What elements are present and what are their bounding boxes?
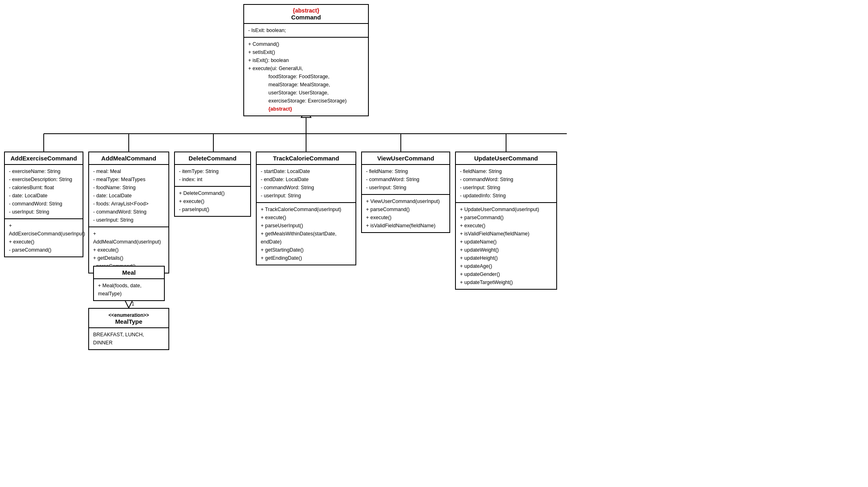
command-method-1: + Command() xyxy=(248,40,364,48)
delete-command-title: DeleteCommand xyxy=(175,152,250,165)
meal-class: Meal + Meal(foods, date, mealType) xyxy=(93,266,165,301)
track-calorie-command-methods: + TrackCalorieCommand(userInput) + execu… xyxy=(257,203,355,265)
svg-text:1: 1 xyxy=(132,301,134,307)
command-abstract-label: {abstract} xyxy=(248,7,364,14)
update-user-command-name: UpdateUserCommand xyxy=(474,155,538,162)
command-method-4: + execute(ui: GeneralUi, xyxy=(248,64,364,73)
command-method-4a: foodStorage: FoodStorage, xyxy=(248,73,364,81)
add-meal-command-class: AddMealCommand - meal: Meal - mealType: … xyxy=(88,152,169,273)
meal-type-title: <<enumeration>> MealType xyxy=(89,309,168,328)
view-user-command-name: ViewUserCommand xyxy=(377,155,434,162)
command-fields: - IsExit: boolean; xyxy=(244,24,368,38)
delete-command-class: DeleteCommand - itemType: String - index… xyxy=(174,152,251,217)
delete-command-name: DeleteCommand xyxy=(189,155,236,162)
command-method-2: + setIsExit() xyxy=(248,48,364,56)
update-user-command-methods: + UpdateUserCommand(userInput) + parseCo… xyxy=(456,203,556,289)
update-user-command-fields: - fieldName: String - commandWord: Strin… xyxy=(456,165,556,203)
delete-command-methods: + DeleteCommand() + execute() - parseInp… xyxy=(175,187,250,216)
command-field-1: - IsExit: boolean; xyxy=(248,26,364,34)
command-title: {abstract} Command xyxy=(244,5,368,24)
command-method-3: + isExit(): boolean xyxy=(248,56,364,64)
add-meal-command-name: AddMealCommand xyxy=(101,155,156,162)
track-calorie-command-class: TrackCalorieCommand - startDate: LocalDa… xyxy=(256,152,356,265)
view-user-command-fields: - fieldName: String - commandWord: Strin… xyxy=(362,165,449,195)
add-exercise-command-methods: + AddExerciseCommand(userInput) + execut… xyxy=(5,219,83,256)
meal-title: Meal xyxy=(94,267,164,279)
meal-type-values: BREAKFAST, LUNCH, DINNER xyxy=(89,328,168,349)
meal-type-stereotype: <<enumeration>> xyxy=(108,312,149,318)
command-method-4b: mealStorage: MealStorage, xyxy=(248,81,364,89)
diagram-container: 1 1 {abstract} Command - IsExit: boolean… xyxy=(0,0,868,487)
command-methods: + Command() + setIsExit() + isExit(): bo… xyxy=(244,38,368,115)
add-exercise-command-fields: - exerciseName: String - exerciseDescrip… xyxy=(5,165,83,219)
view-user-command-class: ViewUserCommand - fieldName: String - co… xyxy=(361,152,450,233)
add-meal-command-title: AddMealCommand xyxy=(89,152,168,165)
delete-command-fields: - itemType: String - index: int xyxy=(175,165,250,187)
svg-marker-13 xyxy=(125,300,133,308)
view-user-command-title: ViewUserCommand xyxy=(362,152,449,165)
track-calorie-command-name: TrackCalorieCommand xyxy=(273,155,339,162)
update-user-command-class: UpdateUserCommand - fieldName: String - … xyxy=(455,152,557,290)
track-calorie-command-title: TrackCalorieCommand xyxy=(257,152,355,165)
meal-type-name: MealType xyxy=(93,318,164,325)
add-meal-command-fields: - meal: Meal - mealType: MealTypes - foo… xyxy=(89,165,168,227)
command-name: Command xyxy=(291,14,321,21)
command-method-4d: exerciseStorage: ExerciseStorage) {abstr… xyxy=(248,97,364,113)
meal-type-class: <<enumeration>> MealType BREAKFAST, LUNC… xyxy=(88,308,169,350)
meal-methods: + Meal(foods, date, mealType) xyxy=(94,279,164,300)
meal-name: Meal xyxy=(122,269,136,276)
add-exercise-command-name: AddExerciseCommand xyxy=(11,155,77,162)
command-method-4c: userStorage: UserStorage, xyxy=(248,89,364,97)
command-class: {abstract} Command - IsExit: boolean; + … xyxy=(243,4,369,116)
view-user-command-methods: + ViewUserCommand(userInput) + parseComm… xyxy=(362,195,449,232)
track-calorie-command-fields: - startDate: LocalDate - endDate: LocalD… xyxy=(257,165,355,203)
add-exercise-command-class: AddExerciseCommand - exerciseName: Strin… xyxy=(4,152,83,257)
update-user-command-title: UpdateUserCommand xyxy=(456,152,556,165)
add-exercise-command-title: AddExerciseCommand xyxy=(5,152,83,165)
